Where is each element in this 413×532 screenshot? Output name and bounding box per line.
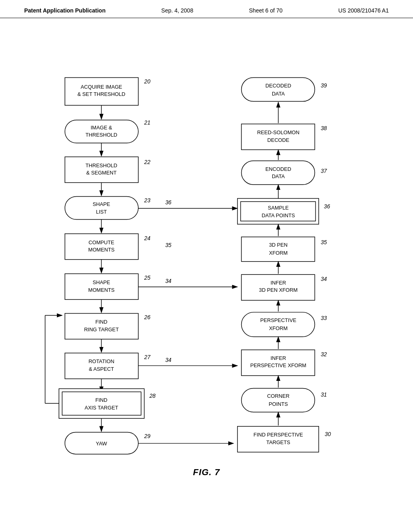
ref-35-label: 35: [165, 242, 172, 248]
node-27-label2: & ASPECT: [89, 366, 114, 372]
header: Patent Application Publication Sep. 4, 2…: [0, 0, 413, 18]
node-27-ref: 27: [144, 354, 151, 360]
ref-34-label: 34: [165, 278, 172, 284]
node-28-label: FIND: [96, 397, 108, 403]
node-31-label2: POINTS: [269, 401, 288, 407]
node-26-ref: 26: [144, 314, 151, 320]
node-28-inner: [62, 392, 141, 415]
node-39-label: DECODED: [265, 83, 291, 89]
node-31-label: CORNER: [267, 393, 289, 399]
node-34-ref: 34: [321, 276, 327, 282]
node-30-label2: TARGETS: [266, 439, 290, 445]
node-21-label: IMAGE &: [91, 125, 113, 131]
node-32-label2: PERSPECTIVE XFORM: [250, 362, 306, 368]
header-date: Sep. 4, 2008: [161, 7, 193, 14]
node-39-ref: 39: [321, 83, 327, 89]
node-38-label: REED-SOLOMON: [257, 129, 299, 135]
node-21-ref: 21: [144, 120, 150, 126]
node-29-ref: 29: [144, 433, 151, 439]
node-35-label2: XFORM: [269, 250, 288, 256]
node-30-label: FIND PERSPECTIVE: [254, 432, 303, 438]
node-27-label: ROTATION: [88, 358, 114, 364]
node-25-label: SHAPE: [93, 279, 110, 285]
node-23-label2: LIST: [96, 209, 107, 215]
node-28-label2: AXIS TARGET: [85, 405, 118, 411]
node-22-ref: 22: [144, 159, 151, 165]
node-37: [242, 161, 315, 185]
node-23-label: SHAPE: [93, 201, 110, 207]
node-38-label2: DECODE: [267, 137, 290, 143]
node-22-label: THRESHOLD: [86, 162, 117, 168]
node-28-ref: 28: [149, 393, 156, 399]
flowchart-svg: ACQUIRE IMAGE & SET THRESHOLD 20 IMAGE &…: [0, 18, 413, 494]
ref-36-label: 36: [165, 200, 172, 206]
node-23: [65, 197, 138, 220]
node-24-label: COMPUTE: [88, 239, 114, 245]
node-21-label2: THRESHOLD: [86, 132, 117, 138]
node-32-ref: 32: [321, 351, 327, 357]
node-20-ref: 20: [144, 79, 151, 85]
node-26-label: FIND: [96, 319, 108, 325]
node-30-ref: 30: [325, 431, 331, 437]
node-34-label: INFER: [271, 280, 286, 286]
node-37-label2: DATA: [272, 173, 285, 179]
node-38-ref: 38: [321, 125, 327, 131]
node-22-label2: & SEGMENT: [86, 170, 117, 176]
node-36-ref: 36: [324, 204, 330, 210]
node-24-label2: MOMENTS: [88, 247, 115, 253]
node-32-label: INFER: [271, 355, 286, 361]
node-23-ref: 23: [144, 197, 151, 204]
header-patent-number: US 2008/210476 A1: [338, 7, 389, 14]
page: Patent Application Publication Sep. 4, 2…: [0, 0, 413, 532]
node-34-label2: 3D PEN XFORM: [259, 287, 298, 293]
node-25-label2: MOMENTS: [88, 287, 115, 293]
node-37-label: ENCODED: [265, 166, 291, 172]
node-35-ref: 35: [321, 239, 327, 245]
node-33-label: PERSPECTIVE: [260, 317, 296, 323]
node-26-label2: RING TARGET: [84, 326, 119, 332]
node-29-label: YAW: [96, 441, 107, 447]
header-sheet: Sheet 6 of 70: [249, 7, 282, 14]
node-33: [242, 312, 315, 337]
node-36-label2: DATA POINTS: [262, 212, 295, 218]
node-33-ref: 33: [321, 315, 327, 321]
node-20-label2: & SET THRESHOLD: [77, 91, 125, 97]
node-35: [242, 237, 315, 262]
node-20-label: ACQUIRE IMAGE: [81, 84, 122, 90]
figure-caption: FIG. 7: [193, 467, 220, 478]
node-39-label2: DATA: [272, 91, 285, 97]
node-31: [242, 388, 315, 412]
header-publication-label: Patent Application Publication: [24, 7, 106, 14]
node-24-ref: 24: [144, 235, 151, 241]
node-33-label2: XFORM: [269, 325, 288, 331]
diagram-area: ACQUIRE IMAGE & SET THRESHOLD 20 IMAGE &…: [0, 18, 413, 494]
node-25-ref: 25: [144, 275, 151, 281]
node-36-label: SAMPLE: [268, 205, 289, 211]
node-39: [242, 78, 315, 102]
node-31-ref: 31: [321, 392, 327, 398]
ref-32-label: 34: [165, 357, 172, 363]
node-35-label: 3D PEN: [269, 242, 288, 248]
node-37-ref: 37: [321, 168, 327, 174]
